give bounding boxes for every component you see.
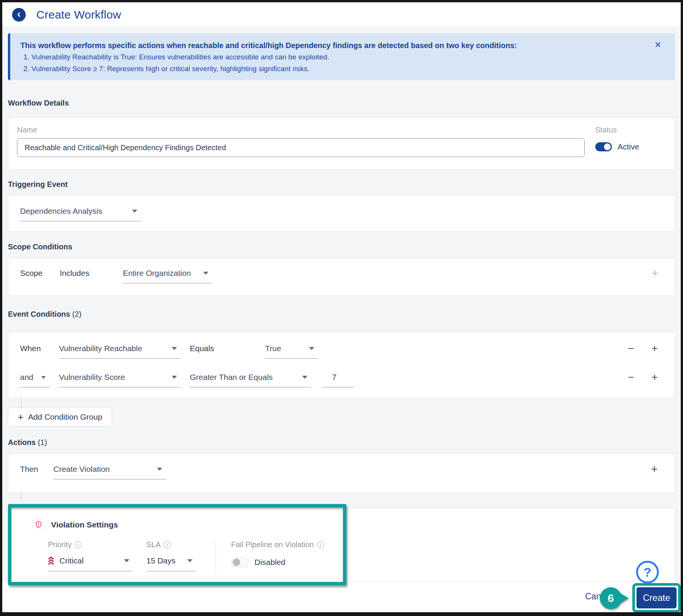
toggle-knob xyxy=(233,558,240,566)
add-condition-icon[interactable]: + xyxy=(652,372,658,382)
chevron-down-icon xyxy=(203,272,208,275)
back-button[interactable]: ‹ xyxy=(12,8,26,22)
plus-icon: + xyxy=(18,411,23,423)
condition-operator-dropdown[interactable]: Greater Than or Equals xyxy=(190,372,311,387)
add-condition-icon[interactable]: + xyxy=(652,344,658,353)
condition-operator-value: Greater Than or Equals xyxy=(190,372,273,382)
triggering-event-value: Dependencies Analysis xyxy=(20,206,102,216)
event-conditions-card: When Vulnerability Reachable Equals True… xyxy=(8,332,675,398)
violation-settings-wrapper: Violation Settings Priority i xyxy=(8,508,675,582)
violation-settings-header: Violation Settings xyxy=(32,518,675,531)
triggering-event-heading: Triggering Event xyxy=(8,179,675,190)
condition-field-value: Vulnerability Score xyxy=(59,372,125,382)
info-icon: i xyxy=(164,541,171,548)
chevron-down-icon xyxy=(302,376,307,379)
main-content: This workflow performs specific actions … xyxy=(2,33,681,582)
add-scope-condition-icon[interactable]: + xyxy=(651,268,658,278)
actions-heading-text: Actions xyxy=(8,438,36,446)
fail-pipeline-value: Disabled xyxy=(255,558,286,567)
toggle-knob xyxy=(604,143,611,150)
priority-field-group: Priority i xyxy=(48,540,146,575)
step-number: 6 xyxy=(600,587,622,609)
scope-value: Entire Organization xyxy=(123,268,191,278)
priority-label: Priority xyxy=(48,540,71,549)
condition-value-dropdown[interactable]: True xyxy=(265,344,318,359)
condition-row: and Vulnerability Score Greater Than or … xyxy=(20,372,675,387)
fail-pipeline-toggle[interactable] xyxy=(231,557,248,567)
workflow-details-heading: Workflow Details xyxy=(8,98,675,108)
name-label: Name xyxy=(17,126,585,134)
create-workflow-page: ‹ Create Workflow This workflow performs… xyxy=(0,0,683,616)
scope-conditions-card: Scope Includes Entire Organization + xyxy=(8,258,675,296)
condition-field-value: Vulnerability Reachable xyxy=(59,344,142,353)
action-prefix: Then xyxy=(20,464,53,474)
sla-value: 15 Days xyxy=(146,556,175,566)
add-action-icon[interactable]: + xyxy=(651,464,658,474)
annotation-create-highlight: Create xyxy=(632,583,681,613)
sla-field-group: SLA i 15 Days xyxy=(146,540,216,575)
scope-operator-label: Includes xyxy=(60,268,123,278)
condition-prefix: When xyxy=(20,344,59,353)
status-value: Active xyxy=(618,142,639,151)
chevron-down-icon xyxy=(187,559,192,562)
condition-connector-line xyxy=(21,398,22,408)
back-chevron-icon: ‹ xyxy=(17,9,20,19)
help-button[interactable]: ? xyxy=(636,561,659,583)
create-button[interactable]: Create xyxy=(636,587,677,608)
condition-field-dropdown[interactable]: Vulnerability Score xyxy=(59,372,181,387)
fail-pipeline-label: Fail Pipeline on Violation xyxy=(231,540,314,549)
chevron-down-icon xyxy=(172,347,177,350)
action-type-dropdown[interactable]: Create Violation xyxy=(53,464,166,479)
scope-conditions-heading: Scope Conditions xyxy=(8,241,675,252)
event-conditions-count: (2) xyxy=(72,310,81,318)
banner-close-icon[interactable]: ✕ xyxy=(655,41,661,49)
fail-pipeline-toggle-row: Disabled xyxy=(231,557,324,567)
sla-dropdown[interactable]: 15 Days xyxy=(146,556,196,571)
actions-heading: Actions (1) xyxy=(8,437,675,448)
remove-condition-icon[interactable]: − xyxy=(628,344,634,353)
critical-severity-icon xyxy=(48,556,54,566)
status-toggle[interactable] xyxy=(595,142,612,151)
info-banner: This workflow performs specific actions … xyxy=(8,33,675,80)
actions-count: (1) xyxy=(38,438,47,446)
status-label: Status xyxy=(595,126,666,134)
logic-operator-dropdown[interactable]: and xyxy=(20,372,50,387)
actions-card: Then Create Violation + xyxy=(8,453,675,493)
workflow-details-card: Name Status Active xyxy=(8,117,675,170)
workflow-name-input[interactable] xyxy=(17,138,585,157)
chevron-down-icon xyxy=(124,559,129,562)
condition-field-dropdown[interactable]: Vulnerability Reachable xyxy=(59,344,181,359)
logic-operator-value: and xyxy=(20,372,33,382)
chevron-down-icon xyxy=(41,376,46,379)
priority-label-row: Priority i xyxy=(48,540,146,549)
sla-label-row: SLA i xyxy=(146,540,216,549)
name-field-group: Name xyxy=(17,126,585,170)
action-type-value: Create Violation xyxy=(53,464,110,474)
triggering-event-heading-text: Triggering Event xyxy=(8,180,68,188)
violation-settings-fields: Priority i xyxy=(48,540,675,575)
sla-label: SLA xyxy=(146,540,161,549)
chevron-down-icon xyxy=(157,468,162,471)
banner-list-item: 1. Vulnerability Reachability is True: E… xyxy=(23,52,649,62)
add-condition-group-button[interactable]: + Add Condition Group xyxy=(8,408,112,426)
event-conditions-heading-text: Event Conditions xyxy=(8,310,70,318)
banner-title: This workflow performs specific actions … xyxy=(20,41,649,50)
status-field-group: Status Active xyxy=(595,126,666,170)
condition-value-input[interactable]: 7 xyxy=(321,372,354,387)
condition-value: True xyxy=(265,344,281,353)
triggering-event-card: Dependencies Analysis xyxy=(8,195,675,232)
scope-conditions-heading-text: Scope Conditions xyxy=(8,243,72,251)
footer-bar: Cancel Create xyxy=(2,581,681,612)
add-condition-group-label: Add Condition Group xyxy=(28,412,102,422)
triggering-event-dropdown[interactable]: Dependencies Analysis xyxy=(20,206,141,221)
scope-field-label: Scope xyxy=(20,268,60,278)
remove-condition-icon[interactable]: − xyxy=(628,372,634,382)
scope-value-dropdown[interactable]: Entire Organization xyxy=(123,268,212,283)
violation-settings-title: Violation Settings xyxy=(51,520,118,529)
status-row: Active xyxy=(595,142,666,151)
fail-pipeline-field-group: Fail Pipeline on Violation i Disabled xyxy=(216,540,324,575)
condition-logic-group: and xyxy=(20,372,59,387)
priority-dropdown[interactable]: Critical xyxy=(48,556,132,571)
page-title: Create Workflow xyxy=(36,8,121,21)
chevron-down-icon xyxy=(132,210,137,213)
